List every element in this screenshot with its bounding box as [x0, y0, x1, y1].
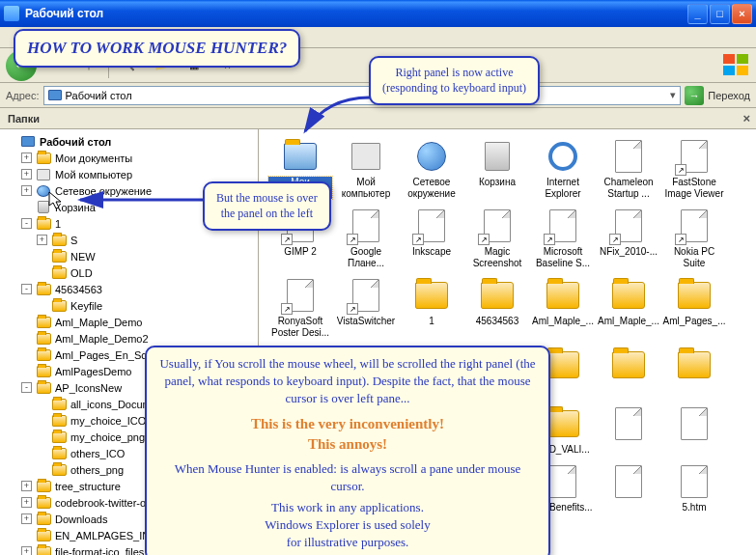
tree-item-label: 1 [55, 218, 61, 230]
expander-blank [37, 464, 47, 475]
grid-item[interactable] [597, 464, 660, 513]
address-label: Адрес: [6, 90, 40, 101]
grid-item[interactable]: Inkscape [400, 208, 463, 268]
minimize-button[interactable]: _ [687, 4, 708, 24]
app-icon [677, 208, 712, 243]
expander-blank [37, 431, 47, 442]
folder-icon [677, 278, 712, 313]
expand-icon[interactable]: + [21, 513, 32, 524]
folder-icon [36, 348, 51, 362]
grid-item[interactable]: Aml_Pages_... [662, 278, 726, 338]
grid-item[interactable]: Корзина [465, 139, 529, 199]
grid-item[interactable]: Google Плане... [334, 208, 398, 268]
folder-icon [36, 480, 51, 493]
folder-icon [36, 496, 51, 510]
grid-item[interactable]: NFix_2010-... [597, 208, 660, 268]
grid-item-label: NFix_2010-... [600, 246, 658, 258]
grid-item-label: Aml_Maple_... [598, 316, 659, 327]
go-label: Переход [708, 90, 750, 101]
windows-flag-icon [721, 52, 752, 79]
callout-explanation: Usually, if You scroll the mouse wheel, … [145, 346, 550, 555]
tree-item[interactable]: Keyfile [2, 297, 256, 314]
grid-item[interactable]: Сетевое окружение [400, 139, 463, 199]
tree-item-label: my_choice_ICO [70, 415, 146, 427]
folders-pane-close[interactable]: × [742, 111, 750, 125]
expander-blank [21, 333, 32, 344]
tree-item-label: S [70, 235, 77, 246]
folder-icon [546, 347, 580, 382]
grid-item-label: Nokia PC Suite [662, 246, 726, 268]
grid-item[interactable] [662, 347, 726, 397]
folder-icon [611, 347, 646, 382]
file-icon [677, 406, 712, 441]
svg-rect-1 [737, 54, 748, 64]
svg-rect-2 [723, 66, 735, 75]
expand-icon[interactable]: + [21, 481, 32, 491]
pc-icon [36, 168, 51, 181]
tree-item[interactable]: Рабочий стол [2, 133, 256, 150]
tree-item-label: OLD [70, 267, 93, 279]
expand-icon[interactable]: + [21, 153, 32, 163]
grid-item[interactable]: Aml_Maple_... [531, 278, 595, 338]
arrow-to-left-panel [72, 188, 208, 219]
grid-item[interactable]: RonyaSoft Poster Desi... [268, 278, 332, 338]
grid-item-label: Google Плане... [334, 246, 398, 268]
address-dropdown[interactable]: ▾ [670, 89, 676, 101]
expander-blank [21, 317, 32, 327]
callout-emphasis: This is the very inconveniently! This an… [158, 414, 537, 455]
expand-icon[interactable]: + [37, 235, 47, 245]
grid-item[interactable]: Chameleon Startup ... [597, 139, 660, 199]
callout-right-panel: Right panel is now active (responding to… [369, 56, 540, 105]
grid-item[interactable]: 1 [400, 278, 463, 338]
expander-blank [21, 366, 32, 376]
grid-item[interactable]: Nokia PC Suite [662, 208, 726, 268]
folder-icon [51, 430, 67, 444]
grid-item[interactable]: Microsoft Baseline S... [531, 208, 595, 268]
expand-icon[interactable]: + [21, 185, 32, 196]
tree-item[interactable]: OLD [2, 264, 256, 281]
grid-item[interactable]: 45634563 [465, 278, 529, 338]
app-icon [283, 278, 318, 313]
expand-icon[interactable]: + [21, 546, 32, 555]
folder-icon [36, 381, 51, 395]
grid-item[interactable]: 5.htm [662, 464, 726, 513]
grid-item[interactable] [662, 406, 726, 456]
tree-item[interactable]: NEW [2, 248, 256, 264]
go-button[interactable]: → [685, 86, 704, 105]
grid-item[interactable]: FastStone Image Viewer [662, 139, 726, 199]
app-icon [480, 208, 515, 243]
collapse-icon[interactable]: - [21, 218, 32, 229]
grid-item[interactable] [597, 406, 660, 456]
expand-icon[interactable]: + [21, 169, 32, 180]
grid-item[interactable]: Magic Screenshot [465, 208, 529, 268]
grid-item[interactable]: Aml_Maple_... [597, 278, 660, 338]
tree-item[interactable]: -45634563 [2, 281, 256, 297]
maximize-button[interactable]: □ [710, 4, 730, 24]
callout-explanation-line1: Usually, if You scroll the mouse wheel, … [158, 355, 537, 408]
pc-icon [349, 139, 383, 174]
svg-rect-3 [737, 66, 748, 75]
tree-item[interactable]: Aml_Maple_Demo [2, 314, 256, 330]
app-icon [611, 208, 646, 243]
tree-item[interactable]: Aml_Maple_Demo2 [2, 330, 256, 347]
expand-icon[interactable]: + [21, 497, 32, 508]
collapse-icon[interactable]: - [21, 284, 32, 294]
grid-item[interactable] [597, 347, 660, 397]
folder-icon [36, 545, 51, 556]
expander-blank [37, 251, 47, 262]
collapse-icon[interactable]: - [21, 382, 32, 393]
tree-item-label: Мой компьютер [55, 169, 132, 180]
grid-item-label: 45634563 [476, 316, 519, 327]
tree-item-label: file-format-ico_files [55, 546, 144, 556]
grid-item-label: Chameleon Startup ... [597, 177, 660, 199]
tree-item[interactable]: +S [2, 232, 256, 248]
grid-item[interactable]: Internet Explorer [531, 139, 595, 199]
close-button[interactable]: × [732, 4, 752, 24]
callout-explanation-line2: When Mouse Hunter is enabled: is always … [158, 460, 537, 495]
grid-item[interactable]: VistaSwitcher [334, 278, 398, 338]
grid-item[interactable]: Мой компьютер [334, 139, 398, 199]
tree-item-label: AmlPagesDemo [55, 366, 131, 377]
tree-item[interactable]: +Мой компьютер [2, 166, 256, 182]
grid-item-label: Aml_Pages_... [662, 316, 725, 327]
tree-item[interactable]: +Мои документы [2, 150, 256, 166]
